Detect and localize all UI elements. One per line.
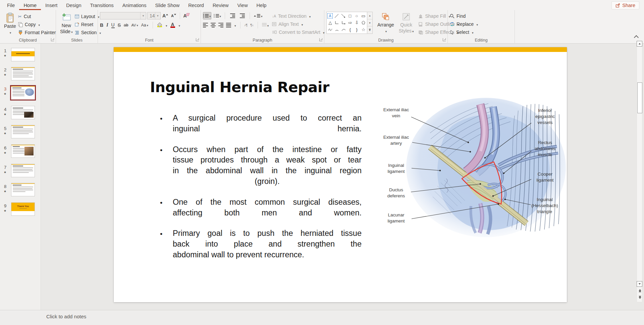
notes-pane[interactable]: Click to add notes: [0, 310, 644, 325]
shape-rectangle[interactable]: □: [347, 13, 353, 19]
vertical-scrollbar[interactable]: [637, 41, 642, 302]
shape-rounded-rectangle[interactable]: ▭: [361, 13, 366, 19]
align-right-button[interactable]: [218, 22, 223, 28]
collapse-ribbon-icon[interactable]: [634, 35, 639, 40]
gallery-up-button[interactable]: ▴: [367, 12, 372, 19]
shrink-font-button[interactable]: A: [170, 12, 177, 19]
shape-right-brace[interactable]: }: [354, 27, 360, 32]
tab-file[interactable]: File: [3, 1, 19, 10]
numbering-button[interactable]: [214, 12, 221, 19]
section-button[interactable]: Section: [75, 28, 101, 37]
shape-elbow-arrow-connector[interactable]: [341, 20, 346, 25]
slide-thumbnail-4[interactable]: [11, 106, 35, 119]
decrease-indent-button[interactable]: [229, 12, 236, 19]
shape-line[interactable]: [334, 13, 339, 19]
shape-scribble[interactable]: [327, 27, 333, 32]
tab-animations[interactable]: Animations: [118, 1, 151, 10]
replace-button[interactable]: Replace: [450, 20, 513, 28]
share-button[interactable]: Share: [611, 1, 639, 9]
tab-review[interactable]: Review: [208, 1, 233, 10]
scrollbar-thumb[interactable]: [637, 82, 642, 113]
arrange-button[interactable]: Arrange: [375, 12, 396, 35]
underline-button[interactable]: U: [111, 22, 115, 28]
tab-view[interactable]: View: [233, 1, 252, 10]
scroll-down-button[interactable]: [637, 281, 642, 287]
tab-slideshow[interactable]: Slide Show: [151, 1, 184, 10]
reset-button[interactable]: Reset: [75, 20, 101, 28]
next-slide-button[interactable]: [638, 296, 642, 299]
shape-pentagon[interactable]: [361, 20, 366, 25]
tab-help[interactable]: Help: [252, 1, 271, 10]
bold-button[interactable]: B: [100, 22, 103, 28]
shapes-gallery[interactable]: A □ ○ ▭ △ ⇨: [326, 12, 367, 34]
slide-thumbnail-1[interactable]: [11, 48, 35, 61]
find-button[interactable]: Find: [450, 12, 513, 20]
align-center-button[interactable]: [211, 22, 216, 28]
clipboard-dialog-launcher[interactable]: [51, 38, 54, 41]
convert-smartart-button[interactable]: Convert to SmartArt: [272, 28, 324, 36]
slide-thumbnail-8[interactable]: [11, 183, 35, 196]
slide-thumbnail-3-selected[interactable]: [10, 85, 36, 101]
anatomy-diagram-image[interactable]: External iliac vein External iliac arter…: [380, 85, 568, 240]
paste-dropdown[interactable]: [9, 29, 11, 36]
justify-button[interactable]: [226, 22, 231, 28]
font-name-combo[interactable]: ▾: [100, 12, 146, 19]
align-text-button[interactable]: Align Text: [272, 20, 324, 28]
copy-button[interactable]: Copy: [18, 20, 56, 28]
scroll-up-button[interactable]: [637, 41, 642, 47]
bullets-button[interactable]: [203, 12, 211, 19]
select-button[interactable]: Select: [450, 28, 513, 36]
tab-record[interactable]: Record: [184, 1, 208, 10]
justify-dropdown[interactable]: [234, 22, 236, 28]
shape-arrow[interactable]: [340, 13, 346, 19]
slide-thumbnail-6[interactable]: [11, 144, 35, 158]
slide-title[interactable]: Inguinal Hernia Repair: [150, 79, 329, 95]
shape-curve[interactable]: [341, 27, 346, 32]
increase-indent-button[interactable]: [238, 12, 246, 19]
notes-placeholder[interactable]: Click to add notes: [46, 314, 86, 319]
grow-font-button[interactable]: A: [162, 12, 169, 19]
shape-oval[interactable]: ○: [354, 13, 360, 19]
copy-dropdown[interactable]: [38, 22, 40, 27]
line-spacing-button[interactable]: [254, 12, 263, 19]
cut-button[interactable]: ✂ Cut: [18, 12, 56, 20]
highlight-button[interactable]: [157, 23, 162, 27]
highlight-dropdown[interactable]: [165, 22, 167, 28]
paste-button[interactable]: Paste: [2, 12, 18, 37]
character-spacing-button[interactable]: AV: [131, 23, 138, 27]
shape-star[interactable]: ☆: [361, 27, 366, 32]
gallery-more-button[interactable]: ▾: [367, 26, 372, 34]
new-slide-button[interactable]: New Slide: [58, 12, 75, 37]
shape-triangle[interactable]: △: [327, 20, 333, 25]
tab-transitions[interactable]: Transitions: [86, 1, 118, 10]
shape-right-arrow[interactable]: ⇨: [347, 20, 353, 25]
shape-arc[interactable]: [334, 27, 340, 32]
font-color-dropdown[interactable]: [178, 22, 180, 28]
clear-formatting-button[interactable]: A: [182, 12, 190, 19]
slide-editing-surface[interactable]: Inguinal Hernia Repair • A surgical proc…: [114, 47, 567, 302]
align-left-button[interactable]: [203, 22, 208, 28]
double-strikethrough-button[interactable]: ab: [124, 23, 128, 27]
tab-insert[interactable]: Insert: [41, 1, 62, 10]
columns-button[interactable]: [262, 22, 269, 28]
text-direction-button[interactable]: ↓A Text Direction: [272, 12, 324, 20]
slide-body-text[interactable]: • A surgical procedure used to correct a…: [158, 113, 362, 270]
strikethrough-button[interactable]: S: [118, 22, 121, 28]
slide-thumbnail-2[interactable]: [11, 67, 35, 80]
tab-home[interactable]: Home: [19, 1, 41, 10]
font-dialog-launcher[interactable]: [196, 38, 199, 41]
slide-thumbnail-9[interactable]: Thank You: [11, 202, 35, 216]
previous-slide-button[interactable]: [638, 289, 642, 292]
font-color-button[interactable]: A: [170, 22, 175, 28]
slide-thumbnail-5[interactable]: [11, 125, 35, 138]
shape-elbow-connector[interactable]: [334, 20, 340, 25]
drawing-dialog-launcher[interactable]: [443, 38, 446, 41]
rtl-direction-button[interactable]: ¶‹: [250, 23, 254, 27]
shape-left-brace[interactable]: {: [347, 27, 353, 32]
tab-design[interactable]: Design: [62, 1, 86, 10]
paragraph-dialog-launcher[interactable]: [319, 38, 322, 41]
change-case-button[interactable]: Aa: [141, 23, 148, 27]
slide-thumbnail-7[interactable]: [11, 164, 35, 177]
shape-down-arrow[interactable]: ⇩: [354, 20, 360, 25]
quick-styles-button[interactable]: Quick Styles: [397, 12, 416, 35]
